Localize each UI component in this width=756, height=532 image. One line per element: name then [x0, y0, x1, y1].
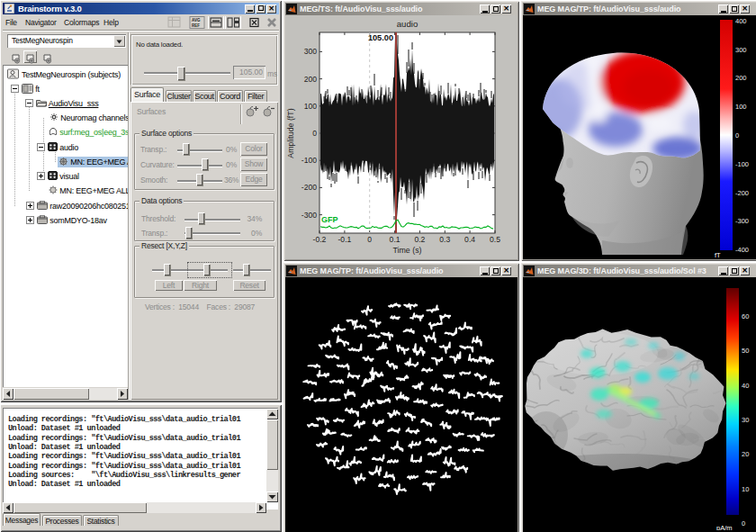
svg-text:-300: -300 [735, 217, 749, 225]
svg-text:-400: -400 [735, 246, 749, 254]
svg-text:0: 0 [312, 129, 317, 138]
svg-text:-300: -300 [302, 211, 317, 220]
svg-text:AVG: AVG [192, 18, 201, 23]
svg-text:0: 0 [735, 131, 739, 140]
svg-text:fT: fT [715, 251, 721, 259]
svg-text:REF: REF [192, 23, 200, 28]
svg-text:-100: -100 [302, 156, 317, 165]
svg-text:50: 50 [742, 347, 749, 355]
svg-text:100: 100 [304, 102, 318, 111]
svg-text:pA/m: pA/m [716, 524, 733, 530]
svg-text:0: 0 [367, 235, 372, 244]
svg-text:0: 0 [742, 519, 745, 527]
svg-text:20: 20 [742, 450, 749, 458]
svg-text:400: 400 [735, 17, 747, 25]
svg-text:GFP: GFP [321, 215, 338, 224]
svg-text:-200: -200 [302, 183, 317, 192]
svg-text:0.5: 0.5 [490, 235, 500, 244]
svg-text:40: 40 [742, 382, 749, 390]
svg-text:audio: audio [397, 19, 418, 29]
svg-text:0.3: 0.3 [439, 235, 450, 244]
svg-text:-0.1: -0.1 [338, 235, 351, 244]
svg-text:10: 10 [742, 485, 749, 493]
svg-text:60: 60 [742, 312, 749, 320]
svg-text:200: 200 [735, 74, 747, 82]
svg-text:100: 100 [735, 103, 747, 111]
svg-text:300: 300 [304, 47, 318, 56]
svg-text:-200: -200 [735, 189, 749, 197]
svg-text:-100: -100 [735, 160, 749, 168]
svg-text:Time (s): Time (s) [393, 246, 422, 255]
svg-text:300: 300 [735, 46, 747, 54]
svg-text:30: 30 [742, 416, 749, 424]
svg-text:105.00: 105.00 [368, 33, 393, 42]
svg-text:Amplitude (fT): Amplitude (fT) [286, 108, 295, 158]
svg-text:200: 200 [304, 75, 318, 84]
svg-text:0.1: 0.1 [390, 235, 400, 244]
svg-text:0.4: 0.4 [464, 235, 475, 244]
svg-text:0.2: 0.2 [414, 235, 425, 244]
svg-text:-0.2: -0.2 [313, 235, 327, 244]
